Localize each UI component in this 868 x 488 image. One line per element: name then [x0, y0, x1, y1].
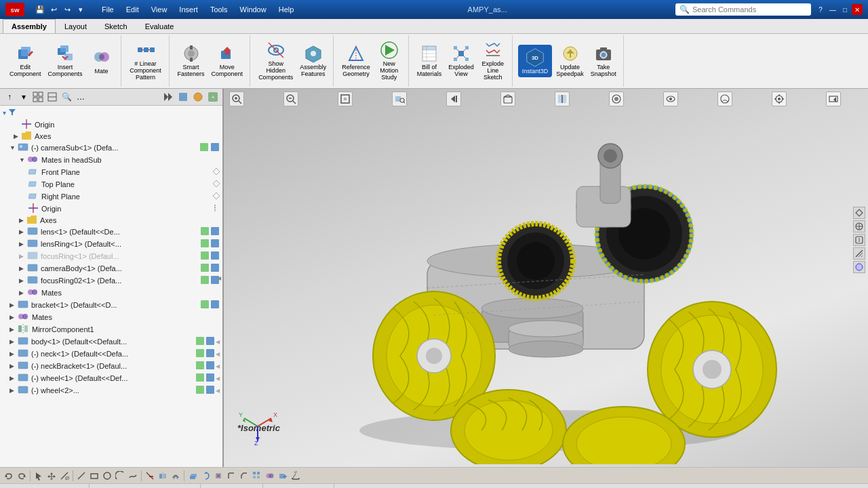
cmd-move[interactable] — [45, 470, 58, 482]
camerabody1-action1[interactable] — [200, 263, 210, 274]
viewport[interactable]: *Isometric X Y Z — [224, 89, 868, 467]
tab-sketch[interactable]: Sketch — [96, 19, 136, 33]
menu-file[interactable]: File — [96, 4, 119, 15]
tree-resize-handle[interactable]: ◀ — [216, 275, 222, 281]
menu-tools[interactable]: Tools — [205, 4, 233, 15]
vp-btn-5[interactable] — [853, 261, 865, 273]
update-speedpak-button[interactable]: UpdateSpeedpak — [553, 42, 587, 80]
tree-tool-arrow[interactable]: ↑ — [3, 90, 16, 104]
cmd-redo[interactable] — [16, 470, 28, 482]
cmd-undo[interactable] — [3, 470, 15, 482]
tree-item-wheel1[interactable]: ▶ (-) wheel<1> (Default<<Def... ◀ — [0, 372, 222, 384]
menu-help[interactable]: Help — [273, 4, 300, 15]
tree-item-focusring02[interactable]: ▶ focusRing02<1> (Defa... — [0, 274, 222, 287]
wheel1-action2[interactable] — [205, 373, 215, 384]
neckbracket1-expand[interactable]: ▶ — [9, 363, 18, 369]
origin2-marker[interactable] — [210, 203, 220, 214]
front-plane-diamond[interactable] — [213, 168, 220, 176]
take-snapshot-button[interactable]: TakeSnapshot — [588, 42, 619, 80]
cmd-mate[interactable] — [264, 470, 276, 482]
cmd-offset[interactable] — [170, 470, 182, 482]
camera-expand[interactable]: ▼ — [9, 144, 18, 151]
top-plane-diamond[interactable] — [213, 180, 220, 188]
undo-button[interactable]: ↩ — [47, 3, 60, 16]
move-component-button[interactable]: MoveComponent — [209, 42, 246, 80]
neckbracket1-action2[interactable] — [205, 361, 215, 371]
tab-layout[interactable]: Layout — [56, 19, 96, 33]
tree-item-top-plane[interactable]: Top Plane — [0, 178, 222, 190]
wheel2-expand[interactable]: ▶ — [9, 387, 18, 394]
cmd-chamfer[interactable] — [238, 470, 250, 482]
status-units[interactable]: MMGS — [811, 484, 848, 488]
smart-fasteners-button[interactable]: SmartFasteners — [175, 42, 208, 80]
camera-action1[interactable] — [199, 142, 209, 153]
cmd-revolve[interactable] — [199, 470, 212, 482]
assembly-features-button[interactable]: AssemblyFeatures — [297, 42, 329, 80]
zoom-to-fit-button[interactable] — [338, 92, 353, 106]
search-box[interactable]: 🔍 ▾ — [675, 3, 811, 16]
prev-view-button[interactable] — [446, 92, 461, 106]
instant3d-button[interactable]: 3D Instant3D — [518, 45, 553, 78]
exploded-view-button[interactable]: ExplodedView — [446, 42, 477, 80]
tree-item-neck1[interactable]: ▶ (-) neck<1> (Default<<Defa... ◀ — [0, 348, 222, 360]
focusring02-action1[interactable] — [200, 275, 210, 286]
cmd-select[interactable] — [33, 470, 45, 482]
cmd-rectangle[interactable] — [88, 470, 100, 482]
tree-item-lensring1[interactable]: ▶ lensRing<1> (Default<... — [0, 238, 222, 250]
tree-tool-more[interactable]: … — [74, 90, 87, 104]
bracket1-expand[interactable]: ▶ — [9, 302, 18, 308]
zoom-out-button[interactable] — [283, 92, 298, 106]
tree-item-lens1[interactable]: ▶ lens<1> (Default<<De... — [0, 226, 222, 238]
wheel1-action1[interactable] — [195, 373, 205, 384]
close-button[interactable]: ✕ — [852, 4, 863, 15]
axes2-expand[interactable]: ▶ — [19, 217, 27, 224]
save-button[interactable]: 💾 — [34, 3, 46, 16]
tree-tool-right4[interactable]: + — [206, 90, 220, 104]
wheel2-action2[interactable] — [205, 385, 215, 396]
tree-tool-expand[interactable] — [31, 90, 45, 104]
view-orientation-button[interactable] — [500, 92, 515, 106]
explode-line-button[interactable]: ExplodeLineSketch — [478, 39, 508, 83]
lens1-expand[interactable]: ▶ — [19, 228, 27, 235]
lens1-action2[interactable] — [210, 226, 220, 237]
axes-expand[interactable]: ▶ — [14, 133, 22, 140]
help-button[interactable]: ? — [815, 4, 826, 15]
focusring1-action2[interactable] — [210, 251, 220, 262]
right-plane-diamond[interactable] — [213, 192, 220, 201]
mate-button[interactable]: Mate — [87, 45, 117, 77]
zoom-selected-button[interactable] — [392, 92, 407, 106]
mates-head-expand[interactable]: ▼ — [19, 157, 27, 163]
zoom-in-button[interactable] — [229, 92, 244, 106]
tree-item-wheel2[interactable]: ▶ (-) wheel<2>... ◀ — [0, 384, 222, 396]
menu-view[interactable]: View — [146, 4, 173, 15]
cmd-mirror[interactable] — [157, 470, 169, 482]
focusring02-expand[interactable]: ▶ — [19, 277, 27, 284]
wheel1-expand[interactable]: ▶ — [9, 375, 18, 382]
tree-item-origin[interactable]: Origin — [0, 119, 222, 131]
neck1-action2[interactable] — [205, 348, 215, 359]
minimize-button[interactable]: — — [827, 4, 838, 15]
body1-action2[interactable] — [205, 336, 215, 347]
more-view-button[interactable] — [826, 92, 841, 106]
cmd-spline[interactable] — [127, 470, 139, 482]
cmd-fillet[interactable] — [225, 470, 237, 482]
tree-tool-dropdown[interactable]: ▾ — [17, 90, 31, 104]
cmd-smart-dim[interactable]: Ø — [58, 470, 71, 482]
tree-item-camera-sub[interactable]: ▼ (-) cameraSub<1> (Defa... — [0, 142, 222, 154]
model-viewport[interactable] — [224, 89, 868, 467]
tree-item-right-plane[interactable]: Right Plane — [0, 190, 222, 203]
cmd-extrude[interactable] — [186, 470, 199, 482]
tree-item-axes2[interactable]: ▶ Axes — [0, 215, 222, 226]
tab-evaluate[interactable]: Evaluate — [136, 19, 183, 33]
redo-button[interactable]: ↪ — [61, 3, 73, 16]
linear-pattern-button[interactable]: # LinearComponentPattern — [127, 39, 165, 83]
tree-item-neckbracket1[interactable]: ▶ (-) neckBracket<1> (Defaul... ◀ — [0, 360, 222, 372]
tab-assembly[interactable]: Assembly — [3, 19, 56, 33]
menu-insert[interactable]: Insert — [174, 4, 203, 15]
menu-window[interactable]: Window — [235, 4, 272, 15]
section-view-button[interactable] — [555, 92, 570, 106]
tree-item-mates-in-head[interactable]: ▼ Mates in headSub — [0, 154, 222, 166]
vp-btn-3[interactable] — [853, 234, 865, 246]
cmd-pattern[interactable] — [251, 470, 263, 482]
cmd-measure[interactable]: Ø — [290, 470, 302, 482]
